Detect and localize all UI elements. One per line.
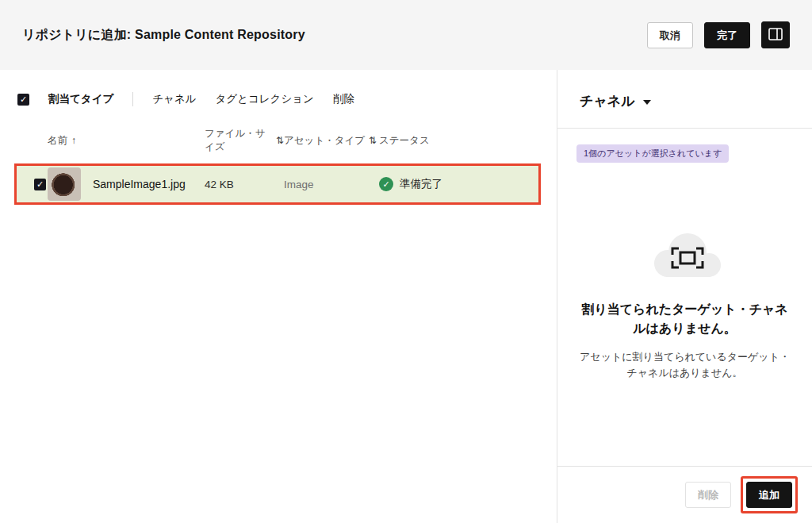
asset-thumbnail [48,167,81,201]
status-label: 準備完了 [400,177,442,191]
asset-list-area: ✓ 割当てタイプ チャネル タグとコレクション 削除 名前 ↑ ファイル・サイズ… [0,70,557,523]
sort-both-icon: ⇅ [276,135,284,146]
panel-title: チャネル [580,92,635,110]
dialog-body: ✓ 割当てタイプ チャネル タグとコレクション 削除 名前 ↑ ファイル・サイズ… [0,70,812,523]
annotation-highlight: 追加 [741,476,798,513]
check-icon: ✓ [36,180,44,189]
column-header-file-size[interactable]: ファイル・サイズ ⇅ [205,127,284,154]
side-panel-toggle-button[interactable] [761,21,790,48]
cancel-button[interactable]: 取消 [647,22,693,48]
tab-assign-type[interactable]: 割当てタイプ [48,90,113,108]
asset-type: Image [284,179,379,190]
dialog-header: リポジトリに追加: Sample Content Repository 取消 完… [0,0,812,70]
header-actions: 取消 完了 [647,21,790,48]
status-check-icon: ✓ [379,177,393,191]
column-header-asset-type[interactable]: アセット・タイプ ⇅ [284,134,379,148]
action-tabs: ✓ 割当てタイプ チャネル タグとコレクション 削除 [0,70,557,108]
chevron-down-icon [643,100,651,105]
column-header-status: ステータス [379,134,541,148]
table-row[interactable]: ✓ SampleImage1.jpg 42 KB Image ✓ 準備完了 [14,163,541,205]
panel-content: 1個のアセットが選択されています [557,129,812,466]
asset-status: ✓ 準備完了 [379,177,538,191]
asset-file-name: SampleImage1.jpg [93,178,186,190]
sort-asc-icon: ↑ [71,135,76,146]
empty-state: 割り当てられたターゲット・チャネルはありません。 アセットに割り当てられているタ… [576,163,793,466]
tab-delete[interactable]: 削除 [333,90,354,108]
empty-channels-cloud-icon [642,224,728,287]
column-header-name[interactable]: 名前 ↑ [48,134,205,148]
page-title: リポジトリに追加: Sample Content Repository [22,27,305,44]
check-icon: ✓ [20,95,27,104]
sort-both-icon: ⇅ [369,135,377,146]
sidebar-toggle-icon [768,28,783,43]
tab-channels[interactable]: チャネル [152,90,196,108]
empty-state-title: 割り当てられたターゲット・チャネルはありません。 [576,300,793,338]
selection-count-badge: 1個のアセットが選択されています [576,144,729,163]
empty-state-description: アセットに割り当てられているターゲット・チャネルはありません。 [576,349,793,381]
table-header: 名前 ↑ ファイル・サイズ ⇅ アセット・タイプ ⇅ ステータス [0,108,557,162]
add-to-repository-dialog: リポジトリに追加: Sample Content Repository 取消 完… [0,0,812,523]
name-cell: SampleImage1.jpg [48,167,205,201]
tab-divider [132,92,133,106]
remove-channel-button[interactable]: 削除 [685,482,731,508]
panel-footer: 削除 追加 [557,466,812,523]
done-button[interactable]: 完了 [704,22,750,48]
add-channel-button[interactable]: 追加 [746,482,792,508]
select-all-checkbox[interactable]: ✓ [17,94,29,106]
tab-tags-collections[interactable]: タグとコレクション [216,90,314,108]
channel-panel: チャネル 1個のアセットが選択されています [557,70,812,523]
panel-type-dropdown[interactable]: チャネル [557,70,812,129]
row-checkbox[interactable]: ✓ [34,179,46,190]
asset-file-size: 42 KB [205,179,284,190]
